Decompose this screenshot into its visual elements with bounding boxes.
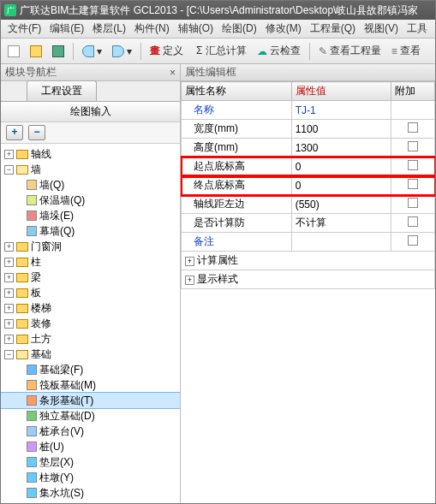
property-row[interactable]: 名称TJ-1 [182,101,435,120]
prop-value[interactable]: (550) [291,195,391,214]
prop-value[interactable]: 0 [291,157,391,176]
new-button[interactable] [4,44,23,59]
define-icon: 畫 [150,44,160,58]
prop-name: 轴线距左边 [182,195,292,214]
checkbox-icon[interactable] [408,141,418,151]
view-calc-button[interactable]: ≡查看 [388,42,424,60]
checkbox-icon[interactable] [408,160,418,170]
group-display-style[interactable]: +显示样式 [182,270,435,289]
prop-name: 备注 [182,233,292,252]
menu-component[interactable]: 构件(N) [131,20,173,38]
menu-view[interactable]: 视图(V) [361,20,402,38]
collapse-all-button[interactable]: − [28,125,45,140]
tree-node-found-jsk[interactable]: 集水坑(S) [1,485,180,501]
undo-button[interactable]: ▾ [79,44,105,59]
prop-value[interactable]: 1300 [291,139,391,157]
tree-node-column[interactable]: +柱 [1,254,180,270]
property-header-row: 属性名称 属性值 附加 [182,82,435,101]
tree-node-wall[interactable]: −墙 [1,162,180,177]
property-row[interactable]: 高度(mm)1300 [182,139,435,157]
menu-tool[interactable]: 工具 [403,20,431,38]
property-row[interactable]: 是否计算防不计算 [182,214,435,233]
tree-node-found-fb[interactable]: 筏板基础(M) [1,377,180,393]
prop-attach-cell[interactable] [391,120,435,139]
sub-header-draw-input[interactable]: 绘图输入 [1,102,180,122]
prop-value[interactable]: 不计算 [291,214,391,233]
property-row[interactable]: 宽度(mm)1100 [182,120,435,139]
tree-node-found-zd[interactable]: 柱墩(Y) [1,470,180,485]
toolbar: ▾ ▾ 畫定义 Σ 汇总计算 ☁云检查 ✎查看工程量 ≡查看 [1,39,435,64]
menu-file[interactable]: 文件(F) [4,20,45,38]
component-tree[interactable]: +轴线 −墙 墙(Q) 保温墙(Q) 墙垛(E) 幕墙(Q) +门窗洞 +柱 +… [1,144,180,503]
property-row[interactable]: 轴线距左边(550) [182,195,435,214]
prop-attach-cell[interactable] [391,157,435,176]
tree-node-stair[interactable]: +楼梯 [1,300,180,316]
separator [73,43,74,60]
save-button[interactable] [49,44,68,59]
tree-node-foundation[interactable]: −基础 [1,347,180,362]
tree-node-found-tx[interactable]: 条形基础(T) [1,393,180,408]
checkbox-icon[interactable] [408,216,418,227]
tree-node-found-dc[interactable]: 垫层(X) [1,454,180,470]
menu-draw[interactable]: 绘图(D) [218,20,260,38]
window-title: 广联达BIM土建算量软件 GCL2013 - [C:\Users\Adminis… [20,3,418,18]
tree-node-wall-q[interactable]: 墙(Q) [1,177,180,193]
checkbox-icon[interactable] [408,198,418,208]
col-attach[interactable]: 附加 [391,82,435,101]
tree-node-found-z[interactable]: 桩(U) [1,439,180,454]
prop-attach-cell[interactable] [391,139,435,157]
tree-node-earth[interactable]: +土方 [1,331,180,347]
checkbox-icon[interactable] [408,235,418,246]
property-row[interactable]: 起点底标高0 [182,157,435,176]
prop-attach-cell[interactable] [391,233,435,252]
menu-edit[interactable]: 编辑(E) [46,20,87,38]
col-name[interactable]: 属性名称 [182,82,292,101]
prop-value[interactable] [291,233,391,252]
tab-project-settings[interactable]: 工程设置 [27,80,97,101]
right-panel: 属性编辑框 属性名称 属性值 附加 名称TJ-1宽度(mm)1100高度(mm)… [181,64,435,503]
prop-attach-cell[interactable] [391,176,435,195]
property-row[interactable]: 备注 [182,233,435,252]
prop-value[interactable]: TJ-1 [291,101,391,120]
prop-value[interactable]: 0 [291,176,391,195]
redo-button[interactable]: ▾ [109,44,135,59]
tree-node-door[interactable]: +门窗洞 [1,239,180,254]
panel-toggle-icon[interactable]: × [170,67,176,79]
menu-aux-axis[interactable]: 辅轴(O) [175,20,217,38]
property-header: 属性编辑框 [181,64,435,81]
tree-node-wall-mq[interactable]: 幕墙(Q) [1,223,180,239]
tree-node-axis[interactable]: +轴线 [1,146,180,162]
property-row[interactable]: 终点底标高0 [182,176,435,195]
tree-node-beam[interactable]: +梁 [1,270,180,285]
sum-label: Σ 汇总计算 [196,44,247,58]
tree-node-wall-bw[interactable]: 保温墙(Q) [1,193,180,208]
checkbox-icon[interactable] [408,122,418,133]
prop-attach-cell[interactable] [391,101,435,120]
tree-node-found-jcl[interactable]: 基础梁(F) [1,362,180,377]
menu-floor[interactable]: 楼层(L) [89,20,129,38]
view-icon: ✎ [319,45,327,57]
define-button[interactable]: 畫定义 [146,42,187,60]
cloud-check-button[interactable]: ☁云检查 [254,42,304,60]
prop-attach-cell[interactable] [391,214,435,233]
prop-name: 名称 [182,101,292,120]
title-bar: 广 广联达BIM土建算量软件 GCL2013 - [C:\Users\Admin… [1,1,435,20]
group-calc-props[interactable]: +计算属性 [182,252,435,270]
tree-node-slab[interactable]: +板 [1,285,180,300]
tree-node-deco[interactable]: +装修 [1,316,180,331]
prop-value[interactable]: 1100 [291,120,391,139]
col-value[interactable]: 属性值 [291,82,391,101]
checkbox-icon[interactable] [408,179,418,189]
sum-button[interactable]: Σ 汇总计算 [190,42,250,60]
menu-modify[interactable]: 修改(M) [262,20,305,38]
view-eng-button[interactable]: ✎查看工程量 [315,42,385,60]
navigator-header: 模块导航栏 × [1,64,180,81]
tree-node-found-dl[interactable]: 独立基础(D) [1,408,180,424]
open-button[interactable] [27,44,45,59]
tree-node-found-dg[interactable]: 地沟(G) [1,501,180,503]
tree-node-wall-qd[interactable]: 墙垛(E) [1,208,180,223]
expand-all-button[interactable]: + [6,125,23,140]
prop-attach-cell[interactable] [391,195,435,214]
tree-node-found-zct[interactable]: 桩承台(V) [1,424,180,439]
menu-quantity[interactable]: 工程量(Q) [307,20,359,38]
